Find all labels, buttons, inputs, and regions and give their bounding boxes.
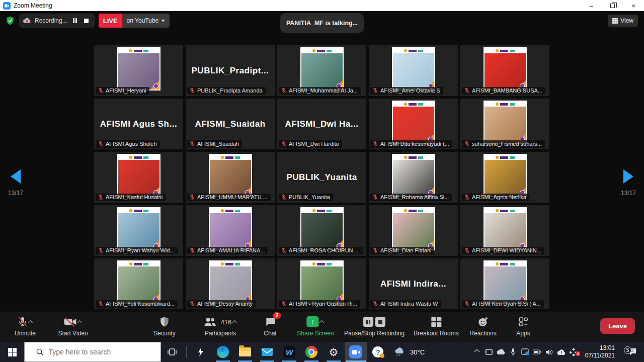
participant-tile[interactable]: AFISMI_Dwi Ha...AFISMI_Dwi Hardito [277, 99, 366, 149]
cast-display-icon[interactable] [484, 348, 495, 355]
updates-icon[interactable]: 4 [568, 348, 579, 356]
frame-logo-strip [485, 208, 526, 213]
apps-button[interactable]: Apps [516, 315, 530, 337]
participant-tile[interactable]: AFISMI_AMALIA RIFANA... [186, 205, 275, 256]
taskbar-chrome[interactable] [300, 342, 323, 362]
start-button[interactable] [0, 342, 24, 362]
muted-mic-icon [98, 301, 104, 307]
participant-video-frame [484, 47, 527, 90]
muted-mic-icon [372, 141, 378, 147]
minimize-button[interactable]: – [581, 0, 602, 11]
windows-taskbar: W ⚙ ? 30°C 4 13:01 07/11/2021 5 [0, 342, 644, 362]
muted-mic-icon [98, 194, 104, 200]
participant-tile[interactable]: suharsono_Fismed suhars... [460, 99, 549, 149]
participant-tile[interactable]: AFISMI_Amei Oktavia S [369, 45, 458, 96]
share-screen-button[interactable]: ↑ Share Screen [297, 315, 334, 337]
pause-recording-button[interactable] [71, 17, 79, 25]
taskbar-weather[interactable]: 30°C [389, 342, 430, 362]
participant-tile[interactable]: AFISMI - Ryan Gustian Ri... [277, 258, 366, 309]
close-button[interactable]: × [623, 0, 644, 11]
participant-tile[interactable]: AFISMI_Dian Fitriani [369, 205, 458, 256]
frame-logo-strip [393, 102, 434, 107]
taskbar-webex[interactable]: W [278, 342, 300, 362]
frame-logo-strip [210, 208, 251, 213]
pause-stop-recording-button[interactable]: Pause/Stop Recording [344, 315, 405, 337]
speaker-icon[interactable] [544, 349, 555, 355]
zoom-app-icon [3, 2, 11, 10]
taskbar-settings[interactable]: ⚙ [323, 342, 345, 362]
participant-tile[interactable]: AFISMI_UMMU MAR'ATU ... [186, 152, 275, 203]
participant-tile[interactable]: AFISMI_Ryan Wahyu Wid... [94, 205, 183, 256]
participant-name-label: AFISMI Agus Sholeh [96, 140, 160, 148]
participants-icon [204, 317, 217, 327]
screen-share-icon[interactable] [520, 348, 531, 355]
leave-button[interactable]: Leave [600, 318, 635, 334]
previous-page-arrow[interactable] [11, 169, 21, 184]
taskbar-lightning-app[interactable] [190, 342, 212, 362]
start-video-button[interactable]: Start Video [58, 315, 88, 337]
onedrive-cloud-icon[interactable] [496, 349, 507, 355]
frame-logo-strip [485, 261, 526, 266]
share-options-chevron[interactable] [319, 320, 325, 325]
unmute-button[interactable]: Unmute [15, 315, 36, 337]
taskbar-search[interactable] [24, 342, 161, 362]
participants-count: 416 [221, 318, 232, 326]
taskbar-clock[interactable]: 13:01 07/11/2021 [580, 344, 620, 359]
restore-button[interactable] [602, 0, 623, 11]
task-view-button[interactable] [161, 342, 183, 362]
taskbar-mail[interactable] [256, 342, 278, 362]
battery-icon[interactable] [532, 349, 543, 354]
taskbar-zoom[interactable] [345, 342, 367, 362]
taskbar-file-explorer[interactable] [234, 342, 256, 362]
participants-button[interactable]: 416 Participants [204, 315, 237, 337]
unmute-options-chevron[interactable] [28, 320, 33, 325]
participant-tile[interactable]: AFISMI_Dessy Arianty [186, 258, 275, 309]
participant-name-label: AFISMI_Yuli Kusumaward... [96, 300, 178, 308]
participant-tile[interactable]: PUBLIK_YuanitaPUBLIK_Yuanita [277, 152, 366, 203]
live-stream-pill[interactable]: LIVE on YouTube [99, 14, 170, 28]
participant-tile[interactable]: AFISMI Indira...AFISMI Indira Wastu W [369, 258, 458, 309]
muted-mic-icon [18, 316, 28, 327]
taskbar-help[interactable]: ? [367, 342, 389, 362]
tray-expand-button[interactable] [471, 350, 482, 354]
video-options-chevron[interactable] [77, 320, 83, 325]
frame-logo-strip [118, 208, 159, 213]
participant-tile[interactable]: AFISMI Agus Sh...AFISMI Agus Sholeh [94, 99, 183, 149]
reactions-button[interactable]: Reactions [469, 315, 496, 337]
participants-options-chevron[interactable] [232, 320, 237, 325]
participant-tile[interactable]: AFISMI_Heryani [94, 45, 183, 96]
participant-tile[interactable]: AFISMI_Muhammad Al Ja... [277, 45, 366, 96]
participant-tile[interactable]: AFISMI_ROSA CHOIRUNN... [277, 205, 366, 256]
stop-recording-button[interactable] [83, 17, 91, 25]
participant-tile[interactable]: AFISMI_Yuli Kusumaward... [94, 258, 183, 309]
participant-video-frame [484, 260, 527, 304]
next-page-arrow[interactable] [623, 169, 633, 184]
participant-tile[interactable]: PUBLIK_Pradipt...PUBLIK_Pradipta Amanda [186, 45, 275, 96]
security-button[interactable]: Security [153, 315, 175, 337]
search-input[interactable] [49, 348, 149, 356]
taskbar-edge[interactable] [212, 342, 234, 362]
gallery-stage: AFISMI_HeryaniPUBLIK_Pradipt...PUBLIK_Pr… [0, 30, 644, 312]
frame-logo-strip [301, 48, 343, 53]
breakout-rooms-button[interactable]: Breakout Rooms [414, 315, 458, 337]
participant-name-label: AFISMI Ken Dyah S.Si ( A... [462, 300, 544, 308]
participant-tile[interactable]: AFISMI Ken Dyah S.Si ( A... [460, 258, 549, 309]
participant-tile[interactable]: AFISMI_Agnia Nerlika [460, 152, 549, 203]
cloud-warning-icon[interactable] [556, 349, 567, 355]
participant-tile[interactable]: AFISMI_Rohama Alfina Si... [369, 152, 458, 203]
edge-icon [217, 346, 229, 358]
help-icon: ? [372, 346, 383, 357]
chat-button[interactable]: 2 Chat [264, 315, 276, 337]
participant-video-frame [117, 47, 160, 90]
participant-tile[interactable]: AFISMI Dita kesumayadi (... [369, 99, 458, 149]
security-shield-icon[interactable] [5, 16, 15, 26]
participant-tile[interactable]: AFISMI_Kasful Husaini [94, 152, 183, 203]
participant-tile[interactable]: AFISMI_SuaidahAFISMI_Suaidah [186, 99, 275, 149]
microphone-icon[interactable] [508, 348, 519, 356]
participant-tile[interactable]: AFISMI_BAMBANG SUSA... [460, 45, 549, 96]
frame-logo-strip [301, 261, 343, 266]
notification-center-button[interactable]: 5 [621, 348, 644, 356]
muted-mic-icon [98, 141, 104, 147]
view-button[interactable]: View [608, 15, 638, 27]
participant-tile[interactable]: AFISMI_DEWI WIDYANIN... [460, 205, 549, 256]
